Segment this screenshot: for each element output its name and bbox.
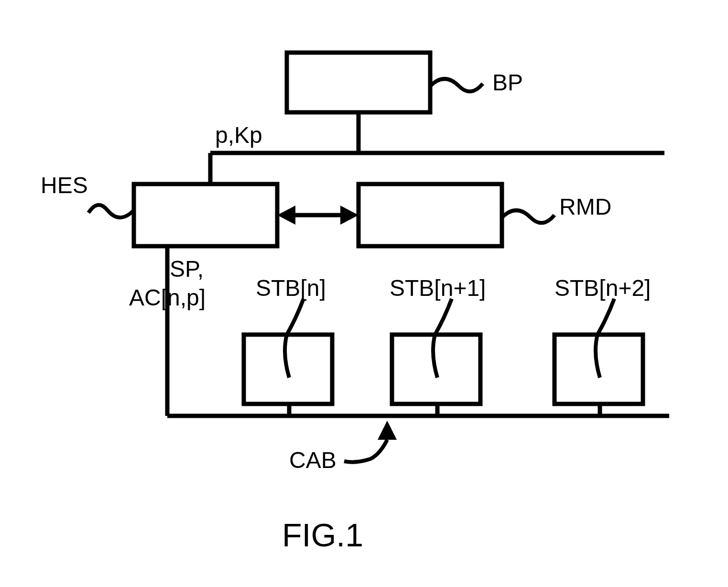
figure-label: FIG.1 (282, 516, 363, 554)
stb-n1-leader (433, 299, 452, 378)
bp-leader (430, 79, 483, 91)
stbn2-label: STB[n+2] (554, 275, 651, 301)
acnp-label: AC[n,p] (129, 284, 206, 311)
svg-marker-4 (277, 206, 295, 225)
cab-leader (344, 440, 387, 462)
rmd-leader (502, 210, 554, 223)
stb-n2-leader (596, 299, 614, 378)
hes-leader (88, 205, 134, 217)
stbn1-label: STB[n+1] (390, 275, 486, 301)
sp-label: SP, (170, 256, 204, 282)
svg-marker-5 (340, 206, 359, 225)
bp-label: BP (492, 69, 523, 96)
rmd-label: RMD (559, 194, 611, 220)
stb-n-leader (285, 299, 304, 378)
cab-label: CAB (289, 447, 337, 473)
cab-arrowhead (378, 421, 397, 440)
hes-box (134, 184, 277, 246)
diagram-container: BP HES RMD p,Kp SP, AC[n,p] STB[n] STB[n… (0, 0, 728, 587)
stbn-label: STB[n] (256, 275, 326, 301)
pkp-label: p,Kp (215, 122, 262, 148)
rmd-box (359, 184, 502, 246)
bp-box (287, 53, 430, 112)
hes-label: HES (41, 172, 88, 198)
